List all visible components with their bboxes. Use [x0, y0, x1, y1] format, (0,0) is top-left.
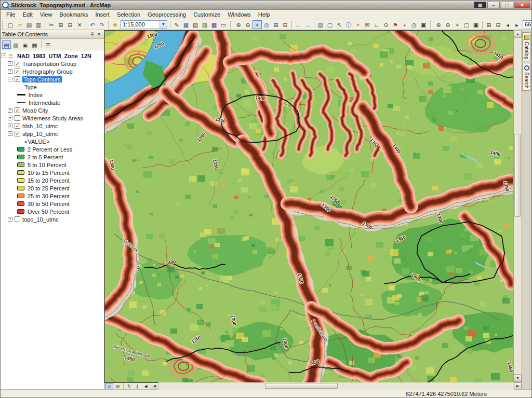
layout-go-forward-button[interactable]: ▸ — [512, 20, 522, 29]
go-back-extent-button[interactable]: ← — [294, 20, 303, 29]
expander-icon[interactable]: − — [8, 131, 12, 136]
toc-item-slpp-10-utmc[interactable]: −✓slpp_10_utmc — [1, 130, 104, 138]
toc-item-2-percent-or-less[interactable]: 2 Percent or Less — [1, 145, 104, 153]
expander-icon[interactable]: + — [8, 116, 12, 120]
list-by-source-button[interactable]: ▥ — [11, 40, 20, 49]
toc-item-index[interactable]: Index — [1, 91, 104, 99]
minimize-button[interactable]: – — [487, 2, 500, 8]
toc-item-topo-10-utmc[interactable]: +topo_10_utmc — [1, 215, 104, 223]
open-folder-button[interactable]: ▱ — [15, 20, 24, 29]
expander-icon[interactable]: + — [8, 61, 12, 66]
layer-checkbox[interactable]: ✓ — [15, 123, 20, 129]
list-by-selection-button[interactable]: ▦ — [30, 40, 39, 49]
expander-icon[interactable]: + — [8, 108, 12, 113]
toc-item-moab-city[interactable]: +✓Moab City — [1, 106, 104, 114]
menu-windows[interactable]: Windows — [224, 10, 255, 19]
vertical-scroll-thumb[interactable] — [514, 134, 521, 217]
toc-item-hydrography-group[interactable]: +✓Hydrography Group — [1, 67, 104, 75]
menu-geoprocessing[interactable]: Geoprocessing — [144, 10, 190, 19]
layout-zoom-in-button[interactable]: ⊕ — [434, 20, 443, 29]
toolbar-grip-icon[interactable] — [2, 21, 4, 29]
print-button[interactable]: ▥ — [34, 20, 43, 29]
pan-button[interactable]: ⌖ — [252, 20, 262, 29]
scroll-up-icon[interactable]: ▲ — [514, 30, 522, 38]
tab-search[interactable]: Search — [522, 63, 531, 91]
tile-windows-button[interactable]: ▦ — [474, 2, 486, 8]
add-data-button[interactable]: ✚ — [110, 20, 119, 29]
scroll-left-icon[interactable]: ◀ — [151, 382, 158, 390]
expander-icon[interactable]: − — [8, 77, 12, 81]
map-canvas[interactable]: 1300125013001400135013001250135014001400… — [104, 30, 513, 383]
fixed-zoom-out-button[interactable]: ⊟ — [281, 20, 290, 29]
data-view-button[interactable]: ◎ — [105, 383, 113, 389]
toc-item-over-50-percent[interactable]: Over 50 Percent — [1, 208, 104, 215]
menu-insert[interactable]: Insert — [91, 10, 113, 19]
tab-catalog[interactable]: Catalog — [522, 32, 531, 61]
delete-button[interactable]: ✕ — [75, 20, 84, 29]
layer-checkbox[interactable] — [15, 216, 20, 222]
html-popup-button[interactable]: ✉ — [363, 20, 372, 29]
find-route-button[interactable]: ⚑ — [391, 20, 400, 29]
dropdown-arrow-icon[interactable]: ▼ — [159, 21, 167, 29]
previous-extent-button[interactable]: ◀ — [142, 383, 150, 389]
pin-icon[interactable]: ⚲ — [89, 31, 96, 38]
toolbar-grip-icon[interactable] — [430, 21, 432, 29]
editor-sketch-button[interactable]: ✎ — [172, 20, 181, 29]
toolbar-grip-icon[interactable] — [230, 21, 232, 29]
go-to-xy-button[interactable]: + — [400, 20, 409, 29]
toc-item-30-to-50-percent[interactable]: 30 to 50 Percent — [1, 200, 104, 208]
scroll-right-icon[interactable]: ▶ — [514, 382, 522, 390]
close-button[interactable]: ✕ — [514, 2, 530, 8]
measure-button[interactable]: ∟ — [372, 20, 381, 29]
scroll-down-icon[interactable]: ▼ — [514, 374, 522, 382]
vertical-scrollbar[interactable]: ▲ ▼ — [513, 30, 521, 382]
menu-edit[interactable]: Edit — [19, 10, 36, 19]
layout-zoom-whole-page-button[interactable]: ▢ — [462, 20, 471, 29]
toc-item-25-to-30-percent[interactable]: 25 to 30 Percent — [1, 192, 104, 200]
toc-item-type[interactable]: Type — [1, 83, 104, 91]
expander-icon[interactable]: + — [8, 217, 12, 222]
horizontal-scrollbar[interactable] — [158, 382, 514, 390]
zoom-out-button[interactable]: ⊖ — [243, 20, 252, 29]
expander-icon[interactable]: − — [2, 53, 6, 58]
redo-button[interactable]: ↷ — [97, 20, 107, 29]
layout-pan-button[interactable]: ⌖ — [453, 20, 462, 29]
close-icon[interactable]: ✕ — [96, 31, 102, 38]
toc-item-10-to-15-percent[interactable]: 10 to 15 Percent — [1, 169, 104, 176]
layout-fixed-zoom-out-button[interactable]: ⊟ — [494, 20, 503, 29]
open-table-button[interactable]: ▦ — [181, 20, 191, 29]
go-forward-extent-button[interactable]: → — [303, 20, 312, 29]
toc-item-nad-1983-utm-zone-12n[interactable]: −☰NAD_1983_UTM_Zone_12N — [1, 52, 104, 60]
horizontal-scroll-thumb[interactable] — [265, 383, 338, 389]
toc-item-20-to-25-percent[interactable]: 20 to 25 Percent — [1, 184, 104, 192]
toc-options-button[interactable]: ☰ — [44, 40, 52, 49]
arctoolbox-button[interactable]: ▩ — [209, 20, 219, 29]
undo-button[interactable]: ↶ — [88, 20, 97, 29]
layout-view-button[interactable]: ▤ — [114, 383, 122, 389]
layer-checkbox[interactable]: ✓ — [15, 68, 20, 74]
toc-item-2-to-5-percent[interactable]: 2 to 5 Percent — [1, 153, 104, 161]
toc-item-transportation-group[interactable]: +✓Transportation Group — [1, 60, 104, 67]
menu-file[interactable]: File — [3, 10, 19, 19]
toc-item-15-to-20-percent[interactable]: 15 to 20 Percent — [1, 176, 104, 184]
layer-checkbox[interactable]: ✓ — [15, 61, 20, 66]
toc-item-topo-contours[interactable]: −✓Topo Contours — [1, 75, 104, 83]
menu-customize[interactable]: Customize — [190, 10, 224, 19]
add-basemap-button[interactable]: ▧ — [191, 20, 200, 29]
layout-zoom-combo[interactable]: 66%▼ — [523, 20, 531, 29]
model-builder-button[interactable]: ▭ — [219, 20, 228, 29]
layout-zoom-out-button[interactable]: ⊖ — [443, 20, 453, 29]
restore-button[interactable]: ▢ — [501, 2, 513, 8]
menu-help[interactable]: Help — [255, 10, 274, 19]
cut-button[interactable]: ✂ — [47, 20, 56, 29]
new-document-button[interactable]: ▢ — [6, 20, 15, 29]
layout-go-back-button[interactable]: ◂ — [503, 20, 512, 29]
toc-item-hlsh-10-utmc[interactable]: +✓hlsh_10_utmc — [1, 122, 104, 130]
fixed-zoom-in-button[interactable]: ⊞ — [271, 20, 281, 29]
menu-view[interactable]: View — [36, 10, 56, 19]
pause-drawing-button[interactable]: ∥ — [134, 383, 141, 389]
list-by-visibility-button[interactable]: ◉ — [21, 40, 30, 49]
layout-fixed-zoom-in-button[interactable]: ⊞ — [484, 20, 494, 29]
menu-bookmarks[interactable]: Bookmarks — [56, 10, 91, 19]
find-button[interactable]: ⊙ — [381, 20, 391, 29]
